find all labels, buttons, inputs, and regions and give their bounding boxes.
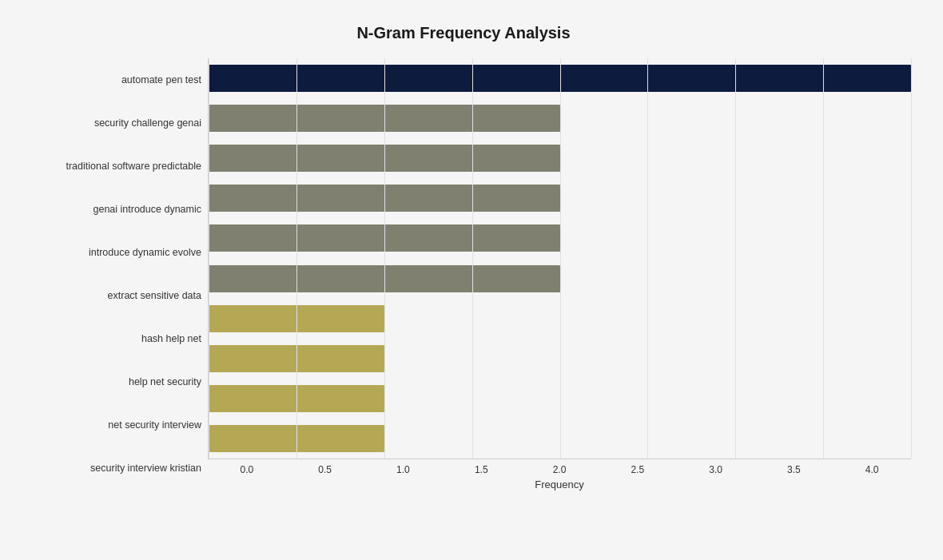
chart-title: N-Gram Frequency Analysis — [16, 16, 911, 42]
y-label: extract sensitive data — [16, 274, 201, 317]
x-tick: 2.0 — [520, 464, 599, 475]
gridline — [472, 58, 473, 459]
y-label: genai introduce dynamic — [16, 188, 201, 231]
y-label: security interview kristian — [16, 447, 201, 490]
x-tick: 0.0 — [208, 464, 286, 475]
chart-container: N-Gram Frequency Analysis automate pen t… — [0, 0, 943, 560]
x-tick: 2.5 — [599, 464, 677, 475]
plot-area: 0.00.51.01.52.02.53.03.54.0 Frequency — [208, 58, 911, 490]
y-label: security challenge genai — [16, 101, 201, 145]
x-tick: 3.5 — [754, 464, 833, 475]
bars-wrapper — [208, 58, 911, 459]
x-tick: 1.0 — [364, 464, 443, 475]
y-label: introduce dynamic evolve — [16, 231, 201, 274]
gridline — [384, 58, 385, 459]
x-axis: 0.00.51.01.52.02.53.03.54.0 — [208, 464, 911, 475]
y-label: automate pen test — [16, 58, 201, 101]
y-label: traditional software predictable — [16, 145, 201, 188]
gridline — [647, 58, 648, 459]
x-tick: 0.5 — [286, 464, 364, 475]
x-axis-label: Frequency — [208, 479, 911, 490]
gridline — [911, 58, 912, 459]
x-tick: 4.0 — [833, 464, 911, 475]
gridline — [560, 58, 561, 459]
gridline — [209, 58, 209, 459]
x-tick: 3.0 — [677, 464, 755, 475]
y-label: help net security — [16, 361, 201, 404]
gridline — [823, 58, 824, 459]
y-axis: automate pen testsecurity challenge gena… — [16, 58, 208, 490]
gridline — [735, 58, 736, 459]
y-label: hash help net — [16, 318, 201, 361]
x-tick: 1.5 — [442, 464, 520, 475]
chart-area: automate pen testsecurity challenge gena… — [16, 58, 911, 490]
y-label: net security interview — [16, 404, 201, 447]
gridline — [296, 58, 297, 459]
